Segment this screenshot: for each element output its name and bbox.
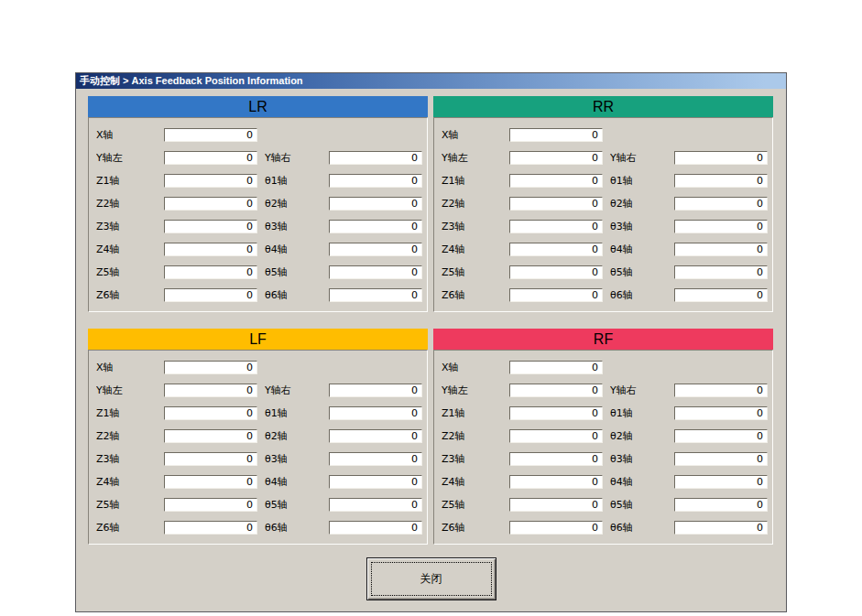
axis-value-field-left[interactable] (509, 452, 603, 466)
axis-value-field-left[interactable] (509, 174, 603, 188)
axis-value-field-left[interactable] (509, 521, 603, 535)
axis-label-left: Z3轴 (96, 220, 164, 233)
axis-value-field-left[interactable] (509, 361, 603, 374)
axis-label-right: θ1轴 (610, 174, 674, 188)
axis-label-right: θ4轴 (610, 475, 674, 489)
axis-value-field-left[interactable] (509, 498, 603, 512)
axis-row: Z2轴θ2轴 (89, 425, 427, 448)
axis-value-field-left[interactable] (509, 288, 603, 302)
axis-value-field-left[interactable] (509, 197, 603, 211)
axis-value-field-right[interactable] (329, 452, 422, 466)
axis-label-right: θ1轴 (265, 406, 329, 420)
axis-label-left: X轴 (96, 128, 164, 142)
axis-label-right: Y轴右 (610, 384, 674, 397)
axis-value-field-right[interactable] (674, 151, 768, 165)
axis-label-left: Y轴左 (442, 384, 509, 397)
axis-value-field-left[interactable] (509, 151, 603, 165)
axis-value-field-left[interactable] (509, 243, 603, 256)
axis-value-field-right[interactable] (674, 197, 768, 211)
close-button[interactable]: 关闭 (366, 557, 496, 600)
axis-label-right: θ4轴 (265, 243, 329, 256)
axis-value-field-left[interactable] (164, 406, 257, 420)
axis-value-field-left[interactable] (509, 265, 603, 279)
axis-value-field-right[interactable] (329, 498, 422, 512)
axis-label-left: Z1轴 (442, 406, 509, 420)
axis-value-field-right[interactable] (674, 265, 768, 279)
axis-label-left: Z4轴 (442, 475, 509, 489)
axis-value-field-right[interactable] (674, 429, 768, 443)
axis-value-field-right[interactable] (329, 384, 422, 397)
axis-value-field-left[interactable] (164, 361, 257, 374)
axis-value-field-left[interactable] (164, 128, 257, 142)
axis-label-right: θ3轴 (265, 452, 329, 466)
axis-row: Z6轴θ6轴 (434, 284, 772, 307)
axis-value-field-left[interactable] (509, 384, 603, 397)
axis-row: Z1轴θ1轴 (434, 402, 772, 425)
axis-value-field-left[interactable] (164, 174, 257, 188)
axis-value-field-left[interactable] (164, 498, 257, 512)
axis-value-field-left[interactable] (164, 265, 257, 279)
axis-label-right: θ2轴 (265, 197, 329, 211)
axis-value-field-right[interactable] (329, 521, 422, 535)
axis-value-field-right[interactable] (329, 197, 422, 211)
axis-value-field-right[interactable] (674, 288, 768, 302)
axis-value-field-left[interactable] (164, 220, 257, 233)
axis-value-field-left[interactable] (164, 521, 257, 535)
axis-label-left: Z2轴 (442, 429, 509, 443)
axis-row: Z6轴θ6轴 (434, 516, 772, 539)
axis-label-left: Z5轴 (442, 498, 509, 512)
axis-value-field-right[interactable] (674, 384, 768, 397)
axis-value-field-left[interactable] (509, 220, 603, 233)
axis-label-left: Z2轴 (96, 197, 164, 211)
axis-label-left: X轴 (96, 361, 164, 374)
axis-row: Y轴左Y轴右 (434, 379, 772, 402)
axis-value-field-right[interactable] (674, 521, 768, 535)
axis-value-field-left[interactable] (509, 128, 603, 142)
axis-label-left: Z2轴 (96, 429, 164, 443)
axis-value-field-left[interactable] (164, 151, 257, 165)
axis-value-field-left[interactable] (509, 475, 603, 489)
axis-row: Y轴左Y轴右 (89, 379, 427, 402)
axis-label-right: θ5轴 (610, 265, 674, 279)
axis-value-field-right[interactable] (329, 220, 422, 233)
axis-value-field-right[interactable] (674, 243, 768, 256)
axis-value-field-left[interactable] (164, 243, 257, 256)
axis-value-field-right[interactable] (674, 220, 768, 233)
axis-value-field-right[interactable] (329, 265, 422, 279)
axis-value-field-right[interactable] (329, 243, 422, 256)
axis-value-field-left[interactable] (164, 384, 257, 397)
dialog-window: 手动控制 > Axis Feedback Position Informatio… (75, 72, 787, 612)
axis-value-field-right[interactable] (329, 151, 422, 165)
axis-value-field-left[interactable] (164, 288, 257, 302)
axis-label-left: Z1轴 (442, 174, 509, 188)
panel-lf: LF X轴Y轴左Y轴右Z1轴θ1轴Z2轴θ2轴Z3轴θ3轴Z4轴θ4轴Z5轴θ5… (88, 329, 428, 545)
axis-label-left: Z3轴 (442, 220, 509, 233)
axis-value-field-right[interactable] (674, 452, 768, 466)
axis-value-field-right[interactable] (674, 475, 768, 489)
axis-label-right: Y轴右 (265, 151, 329, 165)
axis-value-field-right[interactable] (674, 174, 768, 188)
axis-row: Y轴左Y轴右 (434, 146, 772, 169)
axis-value-field-right[interactable] (329, 429, 422, 443)
axis-value-field-left[interactable] (164, 475, 257, 489)
axis-value-field-left[interactable] (509, 429, 603, 443)
axis-value-field-right[interactable] (329, 288, 422, 302)
axis-value-field-right[interactable] (329, 406, 422, 420)
axis-value-field-right[interactable] (674, 498, 768, 512)
axis-value-field-right[interactable] (329, 174, 422, 188)
axis-label-left: Z5轴 (442, 265, 509, 279)
axis-value-field-right[interactable] (674, 406, 768, 420)
axis-value-field-left[interactable] (164, 197, 257, 211)
axis-label-left: Z3轴 (96, 452, 164, 466)
panel-grid: LR X轴Y轴左Y轴右Z1轴θ1轴Z2轴θ2轴Z3轴θ3轴Z4轴θ4轴Z5轴θ5… (88, 96, 773, 545)
axis-label-right: θ6轴 (610, 288, 674, 302)
axis-label-right: θ4轴 (265, 475, 329, 489)
axis-label-left: Z2轴 (442, 197, 509, 211)
axis-label-left: Z5轴 (96, 498, 164, 512)
axis-row: Z3轴θ3轴 (434, 448, 772, 470)
axis-value-field-left[interactable] (164, 452, 257, 466)
panel-rf: RF X轴Y轴左Y轴右Z1轴θ1轴Z2轴θ2轴Z3轴θ3轴Z4轴θ4轴Z5轴θ5… (433, 329, 773, 545)
axis-value-field-left[interactable] (509, 406, 603, 420)
axis-value-field-left[interactable] (164, 429, 257, 443)
axis-value-field-right[interactable] (329, 475, 422, 489)
